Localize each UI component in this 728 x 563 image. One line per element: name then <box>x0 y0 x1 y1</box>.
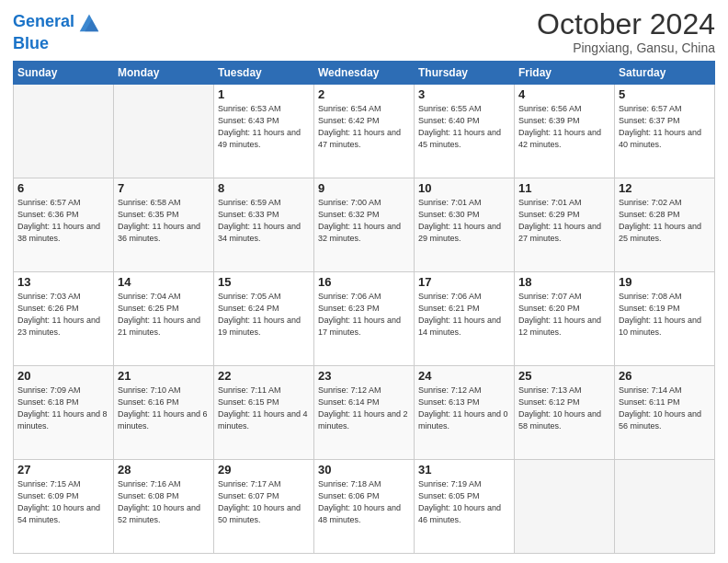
day-info: Sunrise: 6:55 AMSunset: 6:40 PMDaylight:… <box>418 103 510 151</box>
day-info: Sunrise: 7:12 AMSunset: 6:14 PMDaylight:… <box>318 385 410 432</box>
calendar-cell: 26Sunrise: 7:14 AMSunset: 6:11 PMDayligh… <box>615 366 715 460</box>
day-number: 29 <box>218 463 310 477</box>
logo: General Blue <box>13 9 102 53</box>
weekday-header: Sunday <box>14 62 114 85</box>
calendar-cell <box>114 85 214 178</box>
day-info: Sunrise: 7:19 AMSunset: 6:05 PMDaylight:… <box>418 478 510 526</box>
calendar-cell: 31Sunrise: 7:19 AMSunset: 6:05 PMDayligh… <box>415 460 515 554</box>
day-info: Sunrise: 6:53 AMSunset: 6:43 PMDaylight:… <box>218 103 310 151</box>
logo-text: General <box>13 13 74 31</box>
calendar-cell: 28Sunrise: 7:16 AMSunset: 6:08 PMDayligh… <box>114 460 214 554</box>
calendar-cell: 13Sunrise: 7:03 AMSunset: 6:26 PMDayligh… <box>14 272 114 366</box>
day-number: 28 <box>118 463 210 477</box>
calendar-week-row: 6Sunrise: 6:57 AMSunset: 6:36 PMDaylight… <box>14 178 715 272</box>
day-number: 18 <box>518 275 610 289</box>
day-number: 14 <box>118 275 210 289</box>
day-info: Sunrise: 7:02 AMSunset: 6:28 PMDaylight:… <box>619 197 711 245</box>
day-info: Sunrise: 7:17 AMSunset: 6:07 PMDaylight:… <box>218 478 310 526</box>
day-info: Sunrise: 7:01 AMSunset: 6:29 PMDaylight:… <box>518 197 610 245</box>
day-number: 11 <box>518 181 610 195</box>
logo-icon <box>76 9 102 35</box>
calendar-cell: 30Sunrise: 7:18 AMSunset: 6:06 PMDayligh… <box>314 460 415 554</box>
calendar-cell: 3Sunrise: 6:55 AMSunset: 6:40 PMDaylight… <box>415 85 515 178</box>
calendar-cell: 24Sunrise: 7:12 AMSunset: 6:13 PMDayligh… <box>415 366 515 460</box>
calendar-cell: 25Sunrise: 7:13 AMSunset: 6:12 PMDayligh… <box>515 366 615 460</box>
month-title: October 2024 <box>537 9 715 39</box>
day-info: Sunrise: 6:57 AMSunset: 6:37 PMDaylight:… <box>619 103 711 151</box>
day-info: Sunrise: 7:01 AMSunset: 6:30 PMDaylight:… <box>418 197 510 245</box>
calendar-cell: 10Sunrise: 7:01 AMSunset: 6:30 PMDayligh… <box>415 178 515 272</box>
logo-blue-text: Blue <box>13 35 102 53</box>
day-info: Sunrise: 6:54 AMSunset: 6:42 PMDaylight:… <box>318 103 410 151</box>
calendar-cell: 21Sunrise: 7:10 AMSunset: 6:16 PMDayligh… <box>114 366 214 460</box>
calendar-cell: 11Sunrise: 7:01 AMSunset: 6:29 PMDayligh… <box>515 178 615 272</box>
calendar-cell: 27Sunrise: 7:15 AMSunset: 6:09 PMDayligh… <box>14 460 114 554</box>
page: General Blue October 2024 Pingxiang, Gan… <box>0 0 728 563</box>
day-number: 6 <box>17 181 109 195</box>
day-number: 8 <box>218 181 310 195</box>
day-info: Sunrise: 7:06 AMSunset: 6:21 PMDaylight:… <box>418 291 510 339</box>
calendar-table: SundayMondayTuesdayWednesdayThursdayFrid… <box>13 61 715 554</box>
day-info: Sunrise: 6:58 AMSunset: 6:35 PMDaylight:… <box>118 197 210 245</box>
day-number: 31 <box>418 463 510 477</box>
day-number: 20 <box>17 369 109 383</box>
day-number: 30 <box>318 463 410 477</box>
day-number: 7 <box>118 181 210 195</box>
day-number: 21 <box>118 369 210 383</box>
calendar-cell <box>515 460 615 554</box>
weekday-header: Friday <box>515 62 615 85</box>
calendar-cell: 19Sunrise: 7:08 AMSunset: 6:19 PMDayligh… <box>615 272 715 366</box>
day-number: 4 <box>518 87 610 101</box>
day-number: 15 <box>218 275 310 289</box>
calendar-cell: 1Sunrise: 6:53 AMSunset: 6:43 PMDaylight… <box>214 85 314 178</box>
header: General Blue October 2024 Pingxiang, Gan… <box>13 9 715 55</box>
calendar-cell: 23Sunrise: 7:12 AMSunset: 6:14 PMDayligh… <box>314 366 415 460</box>
day-info: Sunrise: 7:06 AMSunset: 6:23 PMDaylight:… <box>318 291 410 339</box>
calendar-cell: 2Sunrise: 6:54 AMSunset: 6:42 PMDaylight… <box>314 85 415 178</box>
day-info: Sunrise: 7:11 AMSunset: 6:15 PMDaylight:… <box>218 385 310 432</box>
calendar-cell: 6Sunrise: 6:57 AMSunset: 6:36 PMDaylight… <box>14 178 114 272</box>
location: Pingxiang, Gansu, China <box>537 40 715 55</box>
day-info: Sunrise: 7:14 AMSunset: 6:11 PMDaylight:… <box>619 385 711 432</box>
weekday-header: Thursday <box>415 62 515 85</box>
day-number: 5 <box>619 87 711 101</box>
day-info: Sunrise: 7:05 AMSunset: 6:24 PMDaylight:… <box>218 291 310 339</box>
calendar-cell: 9Sunrise: 7:00 AMSunset: 6:32 PMDaylight… <box>314 178 415 272</box>
day-number: 12 <box>619 181 711 195</box>
day-info: Sunrise: 7:07 AMSunset: 6:20 PMDaylight:… <box>518 291 610 339</box>
day-number: 13 <box>17 275 109 289</box>
day-number: 1 <box>218 87 310 101</box>
calendar-cell <box>14 85 114 178</box>
calendar-week-row: 1Sunrise: 6:53 AMSunset: 6:43 PMDaylight… <box>14 85 715 178</box>
calendar-cell: 18Sunrise: 7:07 AMSunset: 6:20 PMDayligh… <box>515 272 615 366</box>
day-number: 3 <box>418 87 510 101</box>
calendar-cell <box>615 460 715 554</box>
day-number: 23 <box>318 369 410 383</box>
day-info: Sunrise: 6:57 AMSunset: 6:36 PMDaylight:… <box>17 197 109 245</box>
calendar-cell: 8Sunrise: 6:59 AMSunset: 6:33 PMDaylight… <box>214 178 314 272</box>
calendar-cell: 14Sunrise: 7:04 AMSunset: 6:25 PMDayligh… <box>114 272 214 366</box>
calendar-header-row: SundayMondayTuesdayWednesdayThursdayFrid… <box>14 62 715 85</box>
weekday-header: Saturday <box>615 62 715 85</box>
day-number: 22 <box>218 369 310 383</box>
day-number: 16 <box>318 275 410 289</box>
calendar-cell: 16Sunrise: 7:06 AMSunset: 6:23 PMDayligh… <box>314 272 415 366</box>
weekday-header: Tuesday <box>214 62 314 85</box>
day-info: Sunrise: 7:00 AMSunset: 6:32 PMDaylight:… <box>318 197 410 245</box>
day-info: Sunrise: 7:09 AMSunset: 6:18 PMDaylight:… <box>17 385 109 432</box>
day-info: Sunrise: 7:13 AMSunset: 6:12 PMDaylight:… <box>518 385 610 432</box>
calendar-week-row: 13Sunrise: 7:03 AMSunset: 6:26 PMDayligh… <box>14 272 715 366</box>
weekday-header: Monday <box>114 62 214 85</box>
day-info: Sunrise: 7:12 AMSunset: 6:13 PMDaylight:… <box>418 385 510 432</box>
day-info: Sunrise: 7:15 AMSunset: 6:09 PMDaylight:… <box>17 478 109 526</box>
day-info: Sunrise: 6:59 AMSunset: 6:33 PMDaylight:… <box>218 197 310 245</box>
calendar-week-row: 20Sunrise: 7:09 AMSunset: 6:18 PMDayligh… <box>14 366 715 460</box>
day-number: 26 <box>619 369 711 383</box>
day-info: Sunrise: 7:10 AMSunset: 6:16 PMDaylight:… <box>118 385 210 432</box>
day-info: Sunrise: 7:08 AMSunset: 6:19 PMDaylight:… <box>619 291 711 339</box>
calendar-cell: 7Sunrise: 6:58 AMSunset: 6:35 PMDaylight… <box>114 178 214 272</box>
day-number: 24 <box>418 369 510 383</box>
calendar-cell: 12Sunrise: 7:02 AMSunset: 6:28 PMDayligh… <box>615 178 715 272</box>
calendar-cell: 29Sunrise: 7:17 AMSunset: 6:07 PMDayligh… <box>214 460 314 554</box>
day-number: 2 <box>318 87 410 101</box>
